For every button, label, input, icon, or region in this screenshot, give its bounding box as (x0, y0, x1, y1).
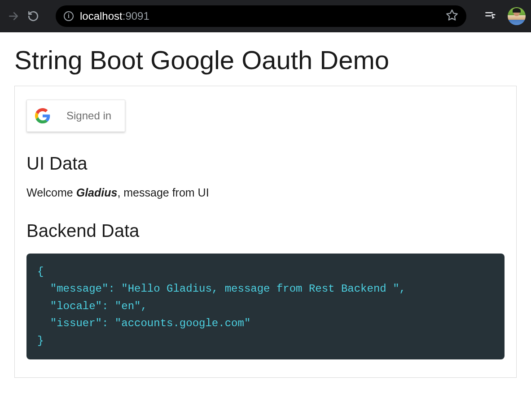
forward-button[interactable] (5, 8, 22, 24)
url-text: localhost:9091 (80, 10, 149, 22)
page-content: String Boot Google Oauth Demo Signed in … (0, 32, 531, 390)
welcome-message: Welcome Gladius, message from UI (26, 186, 505, 199)
site-info-icon[interactable]: i (64, 11, 74, 21)
google-logo-icon (35, 108, 50, 123)
google-signin-button[interactable]: Signed in (26, 100, 125, 132)
page-title: String Boot Google Oauth Demo (14, 45, 517, 75)
url-port: :9091 (123, 10, 149, 22)
bookmark-star-icon[interactable] (446, 9, 458, 23)
browser-toolbar: i localhost:9091 (0, 0, 531, 32)
svg-marker-1 (447, 10, 457, 20)
backend-json-block: { "message": "Hello Gladius, message fro… (26, 254, 505, 359)
welcome-name: Gladius (76, 186, 118, 199)
reload-button[interactable] (25, 8, 41, 24)
content-card: Signed in UI Data Welcome Gladius, messa… (14, 86, 517, 378)
welcome-suffix: , message from UI (117, 186, 209, 199)
url-host: localhost (80, 10, 123, 22)
backend-data-heading: Backend Data (26, 221, 505, 241)
welcome-prefix: Welcome (26, 186, 76, 199)
signin-label: Signed in (66, 109, 111, 122)
ui-data-heading: UI Data (26, 153, 505, 174)
address-bar[interactable]: i localhost:9091 (56, 5, 466, 27)
profile-avatar[interactable] (508, 7, 526, 25)
media-control-icon[interactable] (484, 9, 497, 23)
